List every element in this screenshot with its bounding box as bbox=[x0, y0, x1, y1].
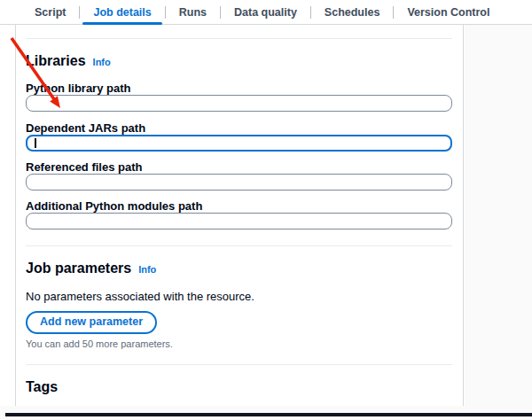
window-bottom-edge bbox=[5, 413, 532, 416]
job-parameters-empty-text: No parameters associated with the resour… bbox=[26, 290, 452, 304]
tab-bar: Script Job details Runs Data quality Sch… bbox=[0, 0, 532, 25]
tab-label: Schedules bbox=[325, 6, 380, 19]
section-divider bbox=[26, 364, 452, 365]
tab-job-details[interactable]: Job details bbox=[80, 0, 164, 24]
tab-label: Script bbox=[35, 6, 66, 19]
job-parameters-section: Job parameters Info No parameters associ… bbox=[26, 261, 452, 349]
additional-python-modules-path-input[interactable] bbox=[26, 213, 452, 229]
tab-label: Data quality bbox=[234, 6, 297, 19]
referenced-files-path-label: Referenced files path bbox=[26, 160, 452, 174]
tab-script[interactable]: Script bbox=[21, 0, 79, 24]
libraries-heading-text: Libraries bbox=[26, 53, 86, 69]
bottom-strip bbox=[0, 406, 532, 420]
job-parameters-heading: Job parameters Info bbox=[26, 261, 452, 277]
job-parameters-info-link[interactable]: Info bbox=[138, 261, 156, 277]
python-library-path-label: Python library path bbox=[26, 82, 452, 95]
job-details-panel: Libraries Info Python library path Depen… bbox=[15, 25, 464, 406]
additional-python-modules-path-label: Additional Python modules path bbox=[26, 199, 452, 213]
section-divider bbox=[26, 245, 452, 246]
libraries-section: Libraries Info Python library path Depen… bbox=[26, 53, 452, 229]
tags-heading-text: Tags bbox=[26, 379, 58, 395]
python-library-path-input[interactable] bbox=[26, 95, 452, 112]
dependent-jars-path-label: Dependent JARs path bbox=[26, 121, 452, 135]
right-side-panel bbox=[465, 25, 532, 406]
add-new-parameter-button[interactable]: Add new parameter bbox=[26, 311, 157, 334]
libraries-info-link[interactable]: Info bbox=[93, 54, 111, 70]
section-divider bbox=[26, 38, 452, 39]
tags-heading: Tags bbox=[26, 379, 452, 395]
tab-label: Runs bbox=[179, 6, 207, 19]
referenced-files-path-input[interactable] bbox=[26, 174, 452, 191]
tab-version-control[interactable]: Version Control bbox=[394, 0, 503, 24]
tab-label: Version Control bbox=[407, 6, 489, 19]
job-parameters-heading-text: Job parameters bbox=[26, 261, 131, 276]
tab-runs[interactable]: Runs bbox=[166, 0, 220, 24]
tab-label: Job details bbox=[93, 6, 151, 19]
tags-section: Tags No tags associated with the resourc… bbox=[26, 379, 452, 406]
dependent-jars-path-input[interactable] bbox=[26, 135, 452, 152]
libraries-heading: Libraries Info bbox=[26, 53, 452, 70]
tab-data-quality[interactable]: Data quality bbox=[221, 0, 310, 24]
job-parameters-hint-text: You can add 50 more parameters. bbox=[26, 338, 452, 350]
tab-schedules[interactable]: Schedules bbox=[311, 0, 394, 24]
text-cursor bbox=[35, 138, 36, 148]
